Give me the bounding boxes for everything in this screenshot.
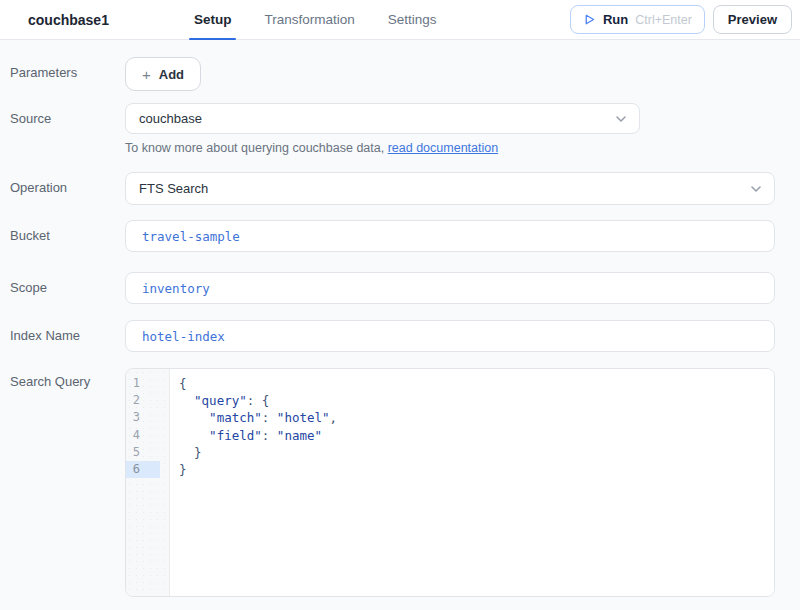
bucket-label: Bucket bbox=[0, 220, 125, 252]
query-editor-topbar: couchbase1 Setup Transformation Settings… bbox=[0, 0, 800, 40]
line-number: 3 bbox=[126, 409, 160, 426]
scope-value: inventory bbox=[142, 281, 210, 296]
code-line[interactable]: } bbox=[179, 444, 774, 461]
line-number: 6 bbox=[126, 461, 160, 478]
plus-icon: + bbox=[142, 67, 151, 82]
tab-setup[interactable]: Setup bbox=[189, 0, 237, 40]
helper-prefix: To know more about querying couchbase da… bbox=[125, 141, 388, 155]
index-name-input[interactable]: hotel-index bbox=[125, 320, 775, 352]
tab-settings-label: Settings bbox=[388, 12, 437, 27]
scope-row: Scope inventory bbox=[0, 272, 800, 304]
code-line[interactable]: "match": "hotel", bbox=[179, 409, 774, 426]
run-shortcut-hint: Ctrl+Enter bbox=[635, 13, 692, 27]
line-number: 5 bbox=[126, 444, 160, 461]
line-number: 1 bbox=[126, 375, 160, 392]
parameters-row: Parameters + Add bbox=[0, 57, 800, 91]
source-select[interactable]: couchbase bbox=[125, 103, 640, 134]
editor-tabs: Setup Transformation Settings bbox=[189, 0, 465, 40]
play-icon bbox=[583, 13, 596, 26]
run-button[interactable]: Run Ctrl+Enter bbox=[570, 5, 705, 34]
scope-input[interactable]: inventory bbox=[125, 272, 775, 304]
source-label: Source bbox=[0, 103, 125, 155]
scope-label: Scope bbox=[0, 272, 125, 304]
header-actions: Run Ctrl+Enter Preview bbox=[570, 5, 792, 34]
operation-select[interactable]: FTS Search bbox=[125, 172, 775, 205]
search-query-row: Search Query 123456 { "query": { "match"… bbox=[0, 368, 800, 597]
chevron-down-icon bbox=[613, 111, 629, 127]
tab-settings[interactable]: Settings bbox=[383, 0, 442, 40]
operation-row: Operation FTS Search bbox=[0, 172, 800, 205]
source-row: Source couchbase To know more about quer… bbox=[0, 103, 800, 155]
search-query-editor[interactable]: 123456 { "query": { "match": "hotel", "f… bbox=[125, 368, 775, 597]
setup-form: Parameters + Add Source couchbase To kno… bbox=[0, 40, 800, 597]
editor-code[interactable]: { "query": { "match": "hotel", "field": … bbox=[170, 369, 774, 596]
bucket-value: travel-sample bbox=[142, 229, 240, 244]
code-line[interactable]: } bbox=[179, 461, 774, 478]
add-parameter-label: Add bbox=[159, 67, 184, 82]
code-line[interactable]: { bbox=[179, 375, 774, 392]
bucket-input[interactable]: travel-sample bbox=[125, 220, 775, 252]
tab-setup-label: Setup bbox=[194, 12, 232, 27]
operation-label: Operation bbox=[0, 172, 125, 205]
preview-button[interactable]: Preview bbox=[713, 5, 792, 34]
add-parameter-button[interactable]: + Add bbox=[125, 57, 201, 91]
preview-button-label: Preview bbox=[728, 12, 777, 27]
editor-gutter: 123456 bbox=[126, 369, 170, 596]
parameters-label: Parameters bbox=[0, 57, 125, 91]
run-button-label: Run bbox=[603, 12, 628, 27]
search-query-label: Search Query bbox=[0, 368, 125, 597]
index-name-label: Index Name bbox=[0, 320, 125, 352]
line-number: 4 bbox=[126, 427, 160, 444]
line-number: 2 bbox=[126, 392, 160, 409]
chevron-down-icon bbox=[748, 181, 764, 197]
index-name-value: hotel-index bbox=[142, 329, 225, 344]
source-selected-value: couchbase bbox=[139, 111, 202, 126]
code-line[interactable]: "query": { bbox=[179, 392, 774, 409]
index-name-row: Index Name hotel-index bbox=[0, 320, 800, 352]
tab-transformation[interactable]: Transformation bbox=[259, 0, 359, 40]
read-documentation-link[interactable]: read documentation bbox=[388, 141, 499, 155]
query-name[interactable]: couchbase1 bbox=[28, 12, 109, 28]
operation-selected-value: FTS Search bbox=[139, 181, 208, 196]
source-helper-text: To know more about querying couchbase da… bbox=[125, 141, 800, 155]
tab-transformation-label: Transformation bbox=[264, 12, 354, 27]
bucket-row: Bucket travel-sample bbox=[0, 220, 800, 252]
code-line[interactable]: "field": "name" bbox=[179, 427, 774, 444]
